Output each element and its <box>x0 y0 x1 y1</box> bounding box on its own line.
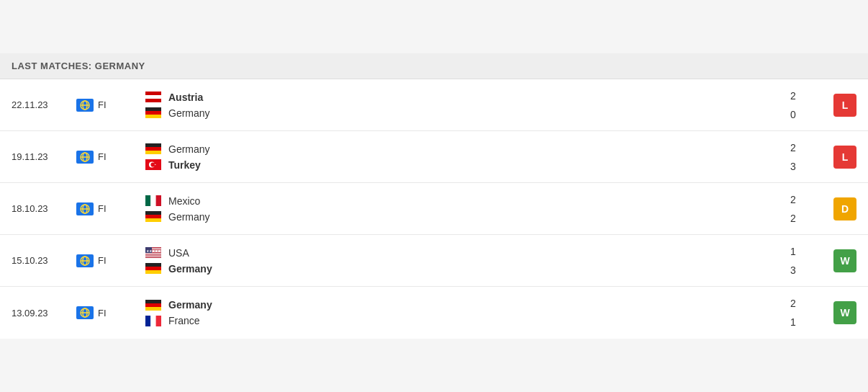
svg-rect-8 <box>145 111 161 115</box>
competition-info: FI <box>76 151 134 164</box>
team-name: USA <box>168 247 255 259</box>
result-badge: W <box>833 301 856 324</box>
team-row: ★★★★★★ USA <box>145 247 574 259</box>
svg-rect-7 <box>145 107 161 111</box>
competition-label: FI <box>98 255 107 266</box>
match-row: 15.10.23 FI ★★★★★★ USA Germany13W <box>0 235 868 287</box>
scores-block: 20 <box>790 89 833 122</box>
svg-rect-46 <box>145 270 161 274</box>
svg-rect-55 <box>150 316 155 326</box>
svg-rect-41 <box>145 257 161 257</box>
team-name: France <box>168 315 255 326</box>
result-badge: L <box>833 146 856 169</box>
svg-rect-53 <box>145 307 161 311</box>
match-row: 13.09.23 FI Germany France21W <box>0 287 868 339</box>
flag-germany <box>145 143 161 155</box>
team-row: France <box>145 315 574 326</box>
score-value: 2 <box>790 89 796 103</box>
svg-rect-40 <box>145 254 161 255</box>
team-name: Germany <box>168 143 255 155</box>
svg-rect-44 <box>145 263 161 267</box>
scores-block: 22 <box>790 192 833 226</box>
score-value: 1 <box>790 244 796 259</box>
score-value: 2 <box>790 211 796 226</box>
svg-rect-14 <box>145 143 161 147</box>
team-name: Germany <box>168 263 255 275</box>
team-row: Germany <box>145 263 574 275</box>
svg-text:★★★★★★: ★★★★★★ <box>146 249 161 253</box>
score-value: 0 <box>790 107 796 122</box>
teams-block: Mexico Germany <box>145 195 574 223</box>
svg-rect-9 <box>145 115 161 118</box>
svg-rect-15 <box>145 147 161 151</box>
matches-container: LAST MATCHES: GERMANY 22.11.23 FI Austri… <box>0 53 868 339</box>
team-name: Germany <box>168 107 255 119</box>
svg-rect-27 <box>156 195 161 206</box>
matches-list: 22.11.23 FI Austria Germany20L19.11.23 F… <box>0 79 868 339</box>
team-row: Mexico <box>145 195 574 207</box>
svg-rect-29 <box>145 215 161 218</box>
svg-rect-28 <box>145 211 161 215</box>
competition-info: FI <box>76 254 134 267</box>
scores-block: 21 <box>790 296 833 329</box>
team-row: Turkey <box>145 159 574 171</box>
competition-label: FI <box>98 99 107 110</box>
score-value: 1 <box>790 315 796 329</box>
team-name: Germany <box>168 211 255 223</box>
svg-rect-45 <box>145 267 161 270</box>
score-value: 3 <box>790 263 796 277</box>
svg-rect-52 <box>145 303 161 307</box>
team-row: Germany <box>145 211 574 223</box>
svg-rect-6 <box>145 99 161 102</box>
section-header: LAST MATCHES: GERMANY <box>0 53 868 79</box>
teams-block: ★★★★★★ USA Germany <box>145 247 574 275</box>
match-date: 22.11.23 <box>12 99 76 110</box>
team-row: Germany <box>145 107 574 119</box>
flag-usa: ★★★★★★ <box>145 247 161 259</box>
team-row: Germany <box>145 143 574 155</box>
flag-austria <box>145 92 161 103</box>
match-date: 15.10.23 <box>12 255 76 266</box>
flag-germany <box>145 211 161 223</box>
team-name: Germany <box>168 299 255 311</box>
svg-rect-56 <box>156 316 161 326</box>
team-row: Germany <box>145 299 574 311</box>
svg-rect-25 <box>145 195 150 206</box>
flag-turkey <box>145 159 161 171</box>
match-date: 13.09.23 <box>12 308 76 318</box>
svg-rect-16 <box>145 151 161 154</box>
header-title: LAST MATCHES: GERMANY <box>12 61 145 71</box>
svg-rect-51 <box>145 300 161 303</box>
match-date: 18.10.23 <box>12 203 76 214</box>
match-row: 19.11.23 FI Germany Turkey23L <box>0 131 868 183</box>
svg-rect-39 <box>145 253 161 254</box>
competition-label: FI <box>98 203 107 214</box>
team-name: Austria <box>168 92 255 103</box>
result-badge: L <box>833 94 856 117</box>
score-value: 2 <box>790 141 796 155</box>
score-value: 3 <box>790 159 796 174</box>
match-date: 19.11.23 <box>12 151 76 162</box>
teams-block: Austria Germany <box>145 92 574 119</box>
svg-rect-54 <box>145 316 150 326</box>
competition-info: FI <box>76 99 134 112</box>
competition-label: FI <box>98 151 107 162</box>
flag-mexico <box>145 195 161 207</box>
teams-block: Germany Turkey <box>145 143 574 171</box>
result-badge: W <box>833 249 856 272</box>
teams-block: Germany France <box>145 299 574 326</box>
team-name: Turkey <box>168 159 255 171</box>
svg-rect-30 <box>145 218 161 222</box>
flag-germany <box>145 263 161 275</box>
svg-rect-4 <box>145 92 161 95</box>
competition-info: FI <box>76 202 134 215</box>
scores-block: 23 <box>790 141 833 174</box>
score-value: 2 <box>790 296 796 311</box>
team-name: Mexico <box>168 195 255 207</box>
competition-info: FI <box>76 306 134 319</box>
svg-rect-5 <box>145 95 161 99</box>
team-row: Austria <box>145 92 574 103</box>
scores-block: 13 <box>790 244 833 277</box>
svg-rect-26 <box>150 195 155 206</box>
flag-germany <box>145 107 161 119</box>
